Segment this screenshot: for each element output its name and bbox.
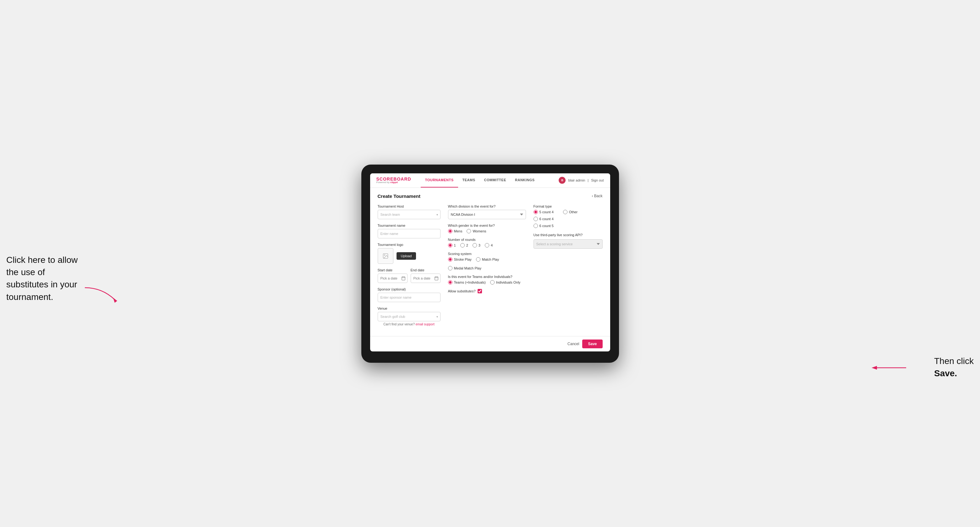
nav-rankings[interactable]: RANKINGS — [511, 173, 539, 188]
email-support-link[interactable]: email support — [416, 322, 434, 326]
brand-clippd: clippd — [390, 181, 398, 184]
rounds-label: Number of rounds — [448, 238, 526, 241]
rounds-3-label: 3 — [479, 243, 480, 247]
rounds-4[interactable]: 4 — [485, 243, 493, 248]
format-other-radio[interactable] — [563, 210, 568, 214]
rounds-2-label: 2 — [466, 243, 468, 247]
event-teams-radio[interactable] — [448, 280, 452, 284]
annotation-right: Then click Save. — [934, 355, 974, 379]
scoring-stroke[interactable]: Stroke Play — [448, 257, 472, 262]
sponsor-input[interactable] — [378, 293, 441, 302]
event-teams[interactable]: Teams (+Individuals) — [448, 280, 486, 284]
annotation-right-text1: Then click — [934, 356, 974, 366]
back-button[interactable]: Back — [592, 194, 602, 198]
rounds-2-radio[interactable] — [460, 243, 465, 248]
event-type-radio-group: Teams (+Individuals) Individuals Only — [448, 280, 526, 284]
svg-point-3 — [384, 254, 385, 256]
page-header: Create Tournament Back — [378, 194, 603, 199]
nav-committee[interactable]: COMMITTEE — [480, 173, 511, 188]
scoring-api-label: Use third-party live scoring API? — [533, 233, 603, 237]
sign-out-link[interactable]: Sign out — [591, 178, 604, 182]
search-icon: ▾ — [436, 213, 438, 216]
upload-button[interactable]: Upload — [396, 252, 416, 260]
scoring-stroke-radio[interactable] — [448, 257, 452, 262]
navigation: SCOREBOARD Powered by clippd TOURNAMENTS… — [370, 173, 610, 188]
format-6count5-radio[interactable] — [533, 224, 538, 228]
brand-subtitle: Powered by clippd — [376, 181, 411, 184]
allow-subs-item[interactable]: Allow substitutes? — [448, 289, 526, 293]
svg-rect-8 — [434, 277, 438, 280]
format-options: 5 count 4 Other 6 count 4 — [533, 210, 603, 228]
rounds-1-radio[interactable] — [448, 243, 452, 248]
gender-mens-label: Mens — [454, 229, 463, 233]
format-type-group: Format type 5 count 4 Other — [533, 205, 603, 228]
tournament-host-group: Tournament Host ▾ — [378, 205, 441, 219]
tournament-host-input[interactable] — [378, 210, 441, 219]
form-column-1: Tournament Host ▾ Tournament name Tourna… — [378, 205, 441, 330]
allow-subs-label: Allow substitutes? — [448, 289, 476, 293]
save-button[interactable]: Save — [582, 340, 602, 348]
event-individuals-radio[interactable] — [490, 280, 495, 284]
scoring-api-select[interactable]: Select a scoring service — [533, 239, 603, 249]
tournament-logo-label: Tournament logo — [378, 243, 441, 246]
gender-womens-radio[interactable] — [466, 229, 471, 233]
format-6count4-radio[interactable] — [533, 217, 538, 221]
format-5count4-radio[interactable] — [533, 210, 538, 214]
svg-marker-0 — [113, 298, 117, 303]
division-select[interactable]: NCAA Division I — [448, 210, 526, 219]
division-label: Which division is the event for? — [448, 205, 526, 208]
sponsor-group: Sponsor (optional) — [378, 287, 441, 302]
tournament-name-input[interactable] — [378, 229, 441, 238]
venue-input[interactable] — [378, 312, 441, 321]
tournament-name-label: Tournament name — [378, 224, 441, 227]
format-6count4[interactable]: 6 count 4 — [533, 217, 554, 221]
nav-tournaments[interactable]: TOURNAMENTS — [421, 173, 458, 188]
tablet-screen: SCOREBOARD Powered by clippd TOURNAMENTS… — [370, 173, 610, 351]
rounds-3[interactable]: 3 — [473, 243, 480, 248]
avatar: B — [558, 177, 566, 184]
rounds-3-radio[interactable] — [473, 243, 477, 248]
gender-radio-group: Mens Womens — [448, 229, 526, 233]
rounds-4-radio[interactable] — [485, 243, 489, 248]
logo-upload-area: Upload — [378, 248, 441, 264]
format-6count5[interactable]: 6 count 5 — [533, 224, 554, 228]
scoring-medal-radio[interactable] — [448, 266, 452, 270]
format-5count4[interactable]: 5 count 4 — [533, 210, 554, 214]
end-date-group: End date — [410, 268, 441, 283]
venue-dropdown-icon: ▾ — [436, 315, 438, 318]
scoring-label: Scoring system — [448, 252, 526, 256]
image-icon — [382, 253, 389, 259]
format-row-2: 6 count 4 — [533, 217, 603, 221]
gender-mens[interactable]: Mens — [448, 229, 463, 233]
page-title: Create Tournament — [378, 194, 420, 199]
format-other[interactable]: Other — [563, 210, 578, 214]
gender-womens-label: Womens — [473, 229, 486, 233]
form-column-2: Which division is the event for? NCAA Di… — [448, 205, 526, 330]
gender-womens[interactable]: Womens — [466, 229, 486, 233]
end-date-wrap — [410, 273, 441, 283]
scoring-medal-label: Medal Match Play — [454, 266, 481, 270]
start-date-group: Start date — [378, 268, 407, 283]
gender-mens-radio[interactable] — [448, 229, 452, 233]
nav-divider: | — [587, 178, 589, 182]
start-date-label: Start date — [378, 268, 407, 272]
rounds-1[interactable]: 1 — [448, 243, 456, 248]
scoring-medal[interactable]: Medal Match Play — [448, 266, 481, 270]
arrow-right-icon — [870, 362, 908, 374]
scoring-match-radio[interactable] — [476, 257, 480, 262]
allow-subs-group: Allow substitutes? — [448, 289, 526, 293]
nav-teams[interactable]: TEAMS — [458, 173, 480, 188]
event-individuals[interactable]: Individuals Only — [490, 280, 521, 284]
venue-label: Venue — [378, 306, 441, 310]
event-individuals-label: Individuals Only — [496, 281, 521, 284]
svg-rect-4 — [402, 277, 405, 280]
scoring-match[interactable]: Match Play — [476, 257, 499, 262]
format-row-3: 6 count 5 — [533, 224, 603, 228]
rounds-radio-group: 1 2 3 4 — [448, 243, 526, 248]
user-name: blair admin — [568, 178, 585, 182]
rounds-2[interactable]: 2 — [460, 243, 468, 248]
cancel-button[interactable]: Cancel — [568, 342, 579, 346]
calendar-icon-end — [434, 276, 439, 281]
start-date-wrap — [378, 273, 407, 283]
allow-subs-checkbox[interactable] — [477, 289, 482, 293]
